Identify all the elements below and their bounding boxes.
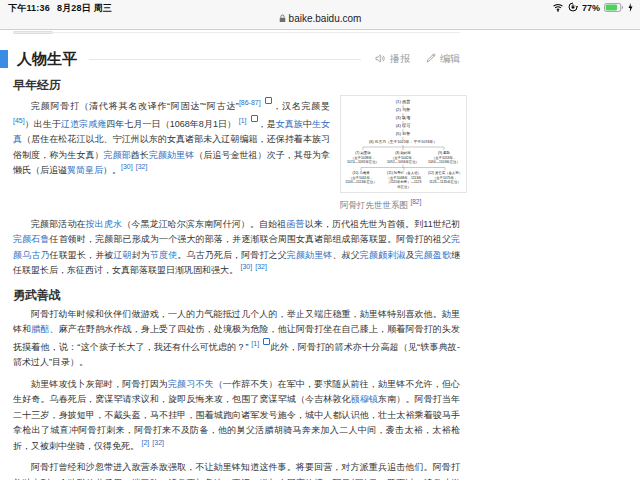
citation-ref[interactable]: [32] xyxy=(152,439,164,446)
svg-text:(4) 绥可: (4) 绥可 xyxy=(396,123,411,128)
text-run: 完颜部活动在 xyxy=(31,219,86,229)
text-run: 四年七月一日（1068年8月1日） xyxy=(106,119,238,129)
section-accent-bar xyxy=(0,50,8,68)
wiki-link[interactable]: 节度使 xyxy=(150,250,177,260)
content-divider-line xyxy=(13,32,460,33)
svg-text:年在位）: 年在位） xyxy=(397,185,411,189)
citation-ref[interactable]: [86-87] xyxy=(239,99,261,106)
figure-caption: 阿骨打先世世系图 [82] xyxy=(340,196,467,211)
caption-citation[interactable]: [82] xyxy=(410,198,421,205)
svg-text:（生于1038年，: （生于1038年， xyxy=(351,155,376,160)
wiki-link[interactable]: 完颜盈歌 xyxy=(415,250,452,260)
svg-text:(7) 劾里钵: (7) 劾里钵 xyxy=(355,151,371,155)
svg-text:(12) 吴乞买（金太宗）: (12) 吴乞买（金太宗） xyxy=(428,170,462,175)
svg-text:（生于1042年，: （生于1042年， xyxy=(391,155,416,160)
citation-ref[interactable]: [1] xyxy=(239,117,247,124)
url-text: baike.baidu.com xyxy=(289,13,362,24)
svg-text:（1115年称帝）—1123: （1115年称帝）—1123 xyxy=(387,180,422,184)
text-run: 酋长 xyxy=(131,150,149,160)
citation-expand-icon[interactable] xyxy=(251,115,258,122)
citation-ref[interactable]: [30] xyxy=(241,263,253,270)
text-run: ）。 xyxy=(103,165,121,175)
text-run: 。乌古乃死后，阿骨打之父 xyxy=(177,250,287,260)
svg-text:（生于1068年，1113年: （生于1068年，1113年 xyxy=(387,175,423,180)
citation-ref[interactable]: [32] xyxy=(136,163,148,170)
text-run: 劾里钵攻伐卜灰部时，阿骨打因为 xyxy=(31,379,168,389)
wiki-link[interactable]: 翼简皇后 xyxy=(67,165,103,175)
text-run: 阿骨打曾经和沙忽带进入敌营杀敌强取，不让劾里钵知道这件事。将要回营，对方派重兵追… xyxy=(13,462,460,480)
svg-text:(9) 盈歌: (9) 盈歌 xyxy=(438,150,450,155)
lock-icon xyxy=(279,13,289,24)
svg-text:1094—1103年在位）: 1094—1103年在位） xyxy=(428,160,460,164)
section-header: 人物生平 播报 编辑 xyxy=(0,49,460,69)
text-run: 任首领时，完颜部已形成为一个强大的部落，并逐渐联合周围女真诸部组成部落联盟。阿骨… xyxy=(50,234,452,244)
genealogy-figure[interactable]: (1) 函普(2) 乌鲁(3) 跋海(4) 绥可(5) 石鲁(6) 乌古乃（生于… xyxy=(340,95,467,211)
wiki-link[interactable]: 完颜石鲁 xyxy=(13,234,50,244)
svg-text:（生于1061年，: （生于1061年， xyxy=(349,175,374,180)
citation-ref[interactable]: [1] xyxy=(251,340,259,347)
svg-text:(2) 乌鲁: (2) 乌鲁 xyxy=(396,107,411,112)
text-run: ，汉名完颜旻 xyxy=(272,101,330,111)
battery-percent: 77% xyxy=(582,3,600,13)
speaker-icon xyxy=(375,54,386,65)
svg-text:1103—1113年在位）: 1103—1113年在位） xyxy=(345,180,376,184)
text-run: 及 xyxy=(405,250,414,260)
wiki-link[interactable]: 完颜习不失 xyxy=(168,379,214,389)
broadcast-label: 播报 xyxy=(390,52,410,66)
svg-text:(11) 阿骨打（金太祖）: (11) 阿骨打（金太祖） xyxy=(387,170,421,175)
section-divider xyxy=(89,59,361,60)
wiki-link[interactable]: 完颜颇剌淑 xyxy=(360,250,406,260)
paragraph: 完颜部活动在按出虎水（今黑龙江哈尔滨东南阿什河）。自始祖函普以来，历代祖先世为首… xyxy=(13,217,460,279)
svg-text:(1) 函普: (1) 函普 xyxy=(396,99,411,104)
citation-expand-icon[interactable] xyxy=(265,97,272,104)
svg-text:1074—1092年在位）: 1074—1092年在位） xyxy=(347,160,379,164)
battery-icon xyxy=(604,3,624,14)
wiki-link[interactable]: 完颜劾里钵 xyxy=(149,150,194,160)
wiki-link[interactable]: 辽朝 xyxy=(113,250,131,260)
citation-ref[interactable]: [30] xyxy=(121,163,133,170)
paragraph: 阿骨打幼年时候和伙伴们做游戏，一人的力气能抵过几个人的，举止又端庄稳重，劾里钵特… xyxy=(13,307,460,371)
svg-text:（生于1075年，: （生于1075年， xyxy=(433,175,458,180)
svg-text:(8) 颇剌淑: (8) 颇剌淑 xyxy=(395,151,411,155)
svg-text:(10) 乌雅束: (10) 乌雅束 xyxy=(352,171,370,175)
subsection-heading-brave-fighter: 勇武善战 xyxy=(13,288,460,302)
citation-ref xyxy=(262,340,270,347)
wiki-link[interactable]: 咸雍 xyxy=(88,119,106,129)
genealogy-chart-image[interactable]: (1) 函普(2) 乌鲁(3) 跋海(4) 绥可(5) 石鲁(6) 乌古乃（生于… xyxy=(340,95,467,193)
text-run: 任联盟长，并被 xyxy=(50,250,114,260)
wiki-link[interactable]: 腊醅 xyxy=(31,324,49,334)
text-run: 中 xyxy=(303,119,312,129)
svg-text:(5) 石鲁: (5) 石鲁 xyxy=(396,131,411,136)
edit-button[interactable]: 编辑 xyxy=(426,52,460,66)
wiki-link[interactable]: 完颜劾里钵 xyxy=(287,250,333,260)
wiki-link[interactable]: 完颜部 xyxy=(104,150,131,160)
paragraph: 劾里钵攻伐卜灰部时，阿骨打因为完颜习不失（一作辞不失）在军中，要求随从前往，劾里… xyxy=(13,377,460,455)
article-body: 人物生平 播报 编辑 早年经历 (1) 函普(2) 乌鲁(3) 跋海(4) 绥可… xyxy=(0,49,460,480)
address-bar[interactable]: baike.baidu.com xyxy=(0,13,640,24)
svg-text:1092—1094年在位）: 1092—1094年在位） xyxy=(387,160,419,164)
text-run: 以来，历代祖先世为首领。到11世纪初 xyxy=(305,219,460,229)
subsection-heading-early-years: 早年经历 xyxy=(13,78,460,92)
paragraph: 阿骨打曾经和沙忽带进入敌营杀敌强取，不让劾里钵知道这件事。将要回营，对方派重兵追… xyxy=(13,460,460,480)
wiki-link[interactable]: 函普 xyxy=(286,219,304,229)
svg-text:（生于1053年，: （生于1053年， xyxy=(432,155,457,160)
text-run: 完颜阿骨打（清代将其名改译作“阿固达”“阿古达” xyxy=(31,101,239,111)
charging-bolt-icon xyxy=(628,3,633,14)
edit-label: 编辑 xyxy=(440,52,460,66)
text-run: ，是 xyxy=(258,119,276,129)
citation-ref[interactable]: [45] xyxy=(13,117,25,124)
text-run: ）出生于 xyxy=(25,119,61,129)
svg-text:1123—1135年在位）: 1123—1135年在位） xyxy=(429,180,461,184)
text-run: 封为 xyxy=(132,250,150,260)
citation-ref xyxy=(250,117,258,124)
broadcast-button[interactable]: 播报 xyxy=(375,52,410,66)
wiki-link[interactable]: 按出虎水 xyxy=(86,219,123,229)
wiki-link[interactable]: 女真族 xyxy=(276,119,303,129)
section-tools: 播报 编辑 xyxy=(375,52,460,66)
text-run: （今黑龙江哈尔滨东南阿什河）。自始祖 xyxy=(122,219,286,229)
wiki-link[interactable]: 额穆镇 xyxy=(351,394,378,404)
citation-ref[interactable]: [32] xyxy=(255,263,267,270)
citation-ref[interactable]: [2] xyxy=(142,439,150,446)
citation-ref xyxy=(264,99,272,106)
wiki-link[interactable]: 辽道宗 xyxy=(61,119,88,129)
